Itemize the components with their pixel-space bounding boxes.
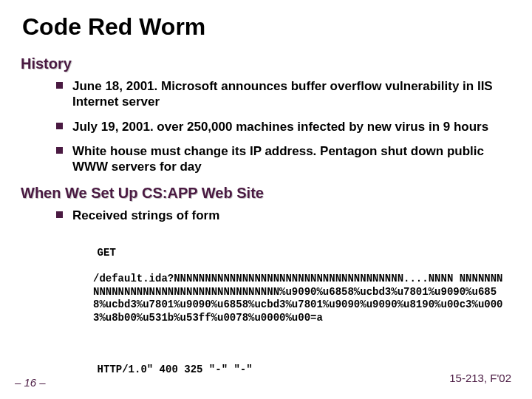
- bullet-item: Received strings of form: [56, 208, 511, 223]
- code-line: GET: [98, 247, 116, 259]
- slide-title: Code Red Worm: [22, 13, 511, 41]
- course-tag: 15-213, F'02: [449, 372, 511, 384]
- code-line: HTTP/1.0" 400 325 "-" "-": [98, 364, 253, 375]
- bullet-item: White house must change its IP address. …: [56, 143, 511, 175]
- setup-bullets: Received strings of form: [21, 208, 511, 223]
- slide-number: – 16 –: [15, 376, 46, 389]
- code-body: /default.ida?NNNNNNNNNNNNNNNNNNNNNNNNNNN…: [72, 273, 504, 324]
- section-heading-setup: When We Set Up CS:APP Web Site: [21, 185, 511, 202]
- http-request-code: GET /default.ida?NNNNNNNNNNNNNNNNNNNNNNN…: [72, 234, 504, 389]
- section-heading-history: History: [21, 55, 511, 72]
- history-bullets: June 18, 2001. Microsoft announces buffe…: [21, 78, 511, 174]
- slide: Code Red Worm History June 18, 2001. Mic…: [0, 0, 532, 399]
- bullet-item: July 19, 2001. over 250,000 machines inf…: [56, 119, 511, 134]
- bullet-item: June 18, 2001. Microsoft announces buffe…: [56, 78, 511, 110]
